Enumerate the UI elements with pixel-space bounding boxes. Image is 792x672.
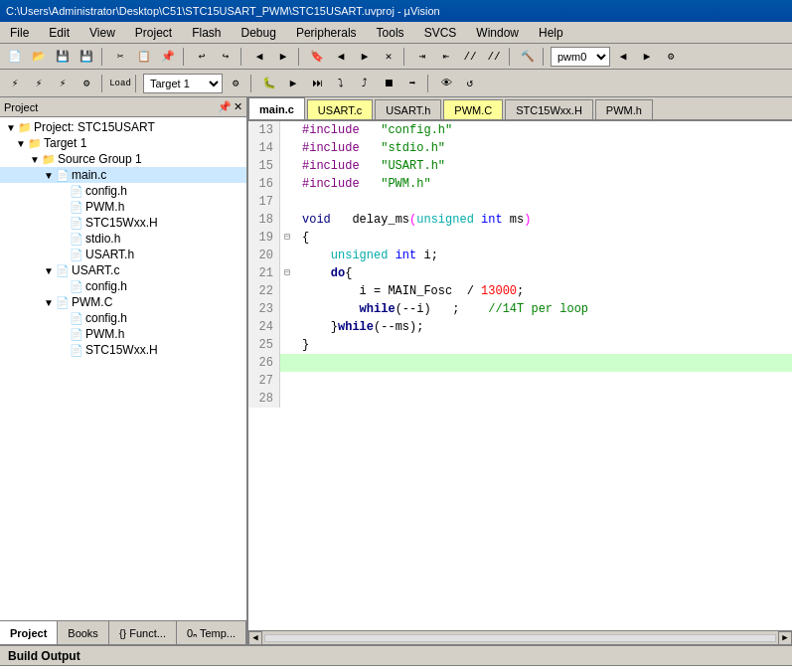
menu-window[interactable]: Window — [470, 24, 525, 42]
menu-debug[interactable]: Debug — [236, 24, 282, 42]
bookmark-prev-btn[interactable]: ◀ — [330, 46, 352, 68]
tool3[interactable]: ⚡ — [52, 73, 74, 94]
target-select[interactable]: Target 1 — [143, 74, 223, 93]
paste-btn[interactable]: 📌 — [157, 46, 179, 68]
config-h-1-label: config.h — [85, 184, 127, 198]
menu-help[interactable]: Help — [533, 24, 569, 42]
clear-bookmarks-btn[interactable]: ✕ — [378, 46, 399, 68]
code-line-28: 28 — [248, 390, 792, 408]
menu-flash[interactable]: Flash — [186, 24, 227, 42]
nav-back-btn[interactable]: ◀ — [248, 46, 270, 68]
tab-usart-c[interactable]: USART.c — [307, 99, 373, 119]
title-text: C:\Users\Administrator\Desktop\C51\STC15… — [6, 5, 440, 17]
tree-pwm-h-1[interactable]: 📄 PWM.h — [0, 199, 246, 215]
tree-stdio-h[interactable]: 📄 stdio.h — [0, 231, 246, 247]
nav-fwd-btn[interactable]: ▶ — [272, 46, 294, 68]
project-title: Project — [4, 101, 38, 113]
stc15-h-1-label: STC15Wxx.H — [85, 216, 158, 230]
open-btn[interactable]: 📂 — [28, 46, 50, 68]
menu-tools[interactable]: Tools — [371, 24, 410, 42]
pwm-prev-btn[interactable]: ◀ — [612, 46, 634, 68]
tree-config-h-3[interactable]: 📄 config.h — [0, 310, 246, 326]
editor-hscroll[interactable]: ◀ ▶ — [248, 630, 792, 644]
tab-usart-h[interactable]: USART.h — [375, 99, 441, 119]
target-icon: 📁 — [28, 137, 42, 150]
tree-source-group[interactable]: ▼ 📁 Source Group 1 — [0, 151, 246, 167]
tree-root[interactable]: ▼ 📁 Project: STC15USART — [0, 119, 246, 135]
code-line-26[interactable]: 26 — [248, 354, 792, 372]
hscroll-right[interactable]: ▶ — [778, 631, 792, 645]
panel-tab-project[interactable]: Project — [0, 621, 58, 644]
tree-usart-c[interactable]: ▼ 📄 USART.c — [0, 262, 246, 278]
code-line-19: 19 ⊟ { — [248, 229, 792, 247]
panel-tab-books[interactable]: Books — [58, 621, 109, 644]
sep6 — [509, 48, 513, 66]
sg-toggle[interactable]: ▼ — [28, 154, 42, 165]
bookmark-btn[interactable]: 🔖 — [306, 46, 328, 68]
tree-pwm-c[interactable]: ▼ 📄 PWM.C — [0, 294, 246, 310]
step-out-btn[interactable]: ⤴ — [354, 73, 376, 94]
bookmark-next-btn[interactable]: ▶ — [354, 46, 376, 68]
menu-svcs[interactable]: SVCS — [418, 24, 463, 42]
cut-btn[interactable]: ✂ — [109, 46, 131, 68]
debug-btn[interactable]: 🐛 — [258, 73, 280, 94]
panel-tab-funct[interactable]: {} Funct... — [109, 621, 177, 644]
reset-btn[interactable]: ↺ — [459, 73, 481, 94]
tree-usart-h-1[interactable]: 📄 USART.h — [0, 247, 246, 262]
usart-toggle[interactable]: ▼ — [42, 265, 56, 276]
tool2[interactable]: ⚡ — [28, 73, 50, 94]
tab-main-c[interactable]: main.c — [248, 97, 305, 119]
run-to-cursor-btn[interactable]: ➡ — [401, 73, 423, 94]
main-toggle[interactable]: ▼ — [42, 170, 56, 181]
load-btn[interactable]: Load — [109, 73, 131, 94]
menu-file[interactable]: File — [4, 24, 35, 42]
tool1[interactable]: ⚡ — [4, 73, 26, 94]
code-editor[interactable]: 13 #include "config.h" 14 #include "stdi… — [248, 121, 792, 630]
tool4[interactable]: ⚙ — [76, 73, 97, 94]
settings-btn[interactable]: ⚙ — [660, 46, 682, 68]
copy-btn[interactable]: 📋 — [133, 46, 155, 68]
unindent-btn[interactable]: ⇤ — [435, 46, 457, 68]
indent-btn[interactable]: ⇥ — [411, 46, 433, 68]
tab-stc15-h[interactable]: STC15Wxx.H — [505, 99, 593, 119]
target-toggle[interactable]: ▼ — [14, 138, 28, 149]
build-btn[interactable]: 🔨 — [517, 46, 539, 68]
project-pin-btn[interactable]: 📌 — [218, 100, 232, 113]
tab-pwm-c[interactable]: PWM.C — [443, 99, 503, 119]
undo-btn[interactable]: ↩ — [191, 46, 213, 68]
project-close-btn[interactable]: ✕ — [234, 100, 242, 113]
pwm-c-toggle[interactable]: ▼ — [42, 297, 56, 308]
redo-btn[interactable]: ↪ — [215, 46, 237, 68]
tree-stc15-h-2[interactable]: 📄 STC15Wxx.H — [0, 342, 246, 358]
new-btn[interactable]: 📄 — [4, 46, 26, 68]
comment-btn[interactable]: // — [459, 46, 481, 68]
uncomment-btn[interactable]: // — [483, 46, 505, 68]
panel-tab-temp[interactable]: 0ₙ Temp... — [177, 621, 246, 644]
root-toggle[interactable]: ▼ — [4, 122, 18, 133]
tree-main-c[interactable]: ▼ 📄 main.c — [0, 167, 246, 183]
menu-project[interactable]: Project — [129, 24, 178, 42]
save-btn[interactable]: 💾 — [52, 46, 74, 68]
pwm-next-btn[interactable]: ▶ — [636, 46, 658, 68]
tree-stc15-h-1[interactable]: 📄 STC15Wxx.H — [0, 215, 246, 231]
tree-target[interactable]: ▼ 📁 Target 1 — [0, 135, 246, 151]
target-settings-btn[interactable]: ⚙ — [225, 73, 246, 94]
step-over-btn[interactable]: ⤵ — [330, 73, 352, 94]
menu-view[interactable]: View — [83, 24, 121, 42]
project-tree: ▼ 📁 Project: STC15USART ▼ 📁 Target 1 ▼ 📁… — [0, 117, 246, 620]
step-btn[interactable]: ⏭ — [306, 73, 328, 94]
pwm-select[interactable]: pwm0 — [551, 47, 610, 67]
menu-edit[interactable]: Edit — [43, 24, 76, 42]
sg-icon: 📁 — [42, 153, 56, 166]
menu-peripherals[interactable]: Peripherals — [290, 24, 363, 42]
hscroll-left[interactable]: ◀ — [248, 631, 262, 645]
tab-pwm-h[interactable]: PWM.h — [595, 99, 653, 119]
tree-config-h-1[interactable]: 📄 config.h — [0, 183, 246, 199]
run-btn[interactable]: ▶ — [282, 73, 304, 94]
tree-config-h-2[interactable]: 📄 config.h — [0, 278, 246, 294]
watch-btn[interactable]: 👁 — [435, 73, 457, 94]
stop-btn[interactable]: ⏹ — [378, 73, 399, 94]
tree-pwm-h-2[interactable]: 📄 PWM.h — [0, 326, 246, 342]
save-all-btn[interactable]: 💾 — [76, 46, 97, 68]
usart-h-1-icon: 📄 — [70, 249, 83, 261]
